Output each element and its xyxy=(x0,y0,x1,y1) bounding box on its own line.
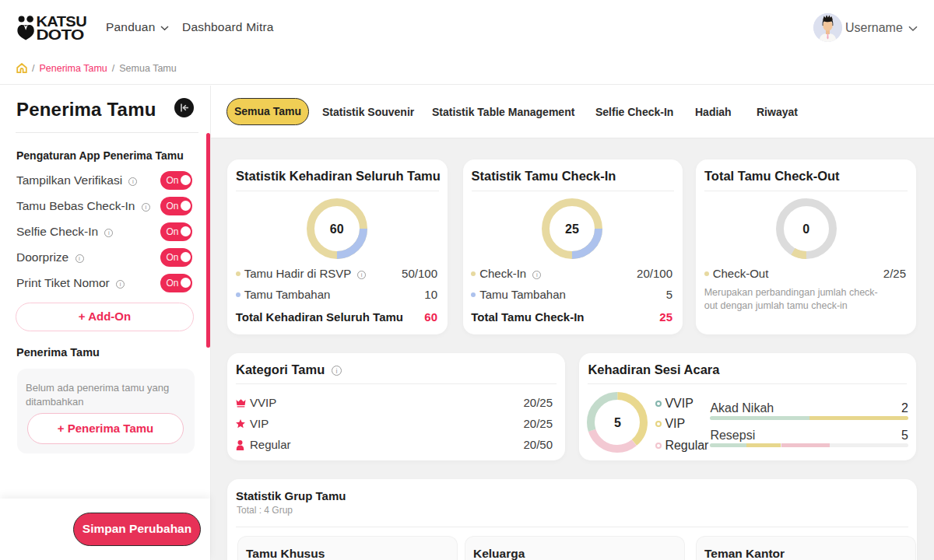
svg-text:DOTO: DOTO xyxy=(37,26,84,40)
